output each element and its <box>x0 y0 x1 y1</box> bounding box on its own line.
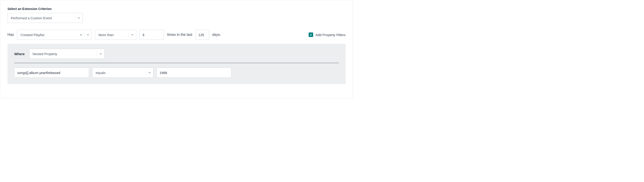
where-type-dropdown[interactable]: Nested Property <box>29 49 104 59</box>
chevron-down-icon <box>84 32 92 38</box>
comparator-dropdown[interactable]: More than <box>95 30 136 40</box>
event-dropdown[interactable]: Created Playlist <box>17 30 92 40</box>
where-type-value: Nested Property <box>30 52 97 56</box>
divider <box>14 63 339 63</box>
where-label: Where <box>14 52 25 56</box>
chevron-down-icon <box>146 70 153 75</box>
operator-value: equals <box>92 71 146 75</box>
chevron-down-icon <box>97 51 104 57</box>
operator-dropdown[interactable]: equals <box>92 68 154 78</box>
has-prefix: Has <box>8 33 14 37</box>
criterion-section-label: Select an Extension Criterion <box>8 7 346 11</box>
add-property-filters-label: Add Property Filters <box>316 33 346 37</box>
filter-value-input[interactable] <box>156 68 231 78</box>
count-input[interactable] <box>139 30 164 40</box>
checkbox-checked-icon <box>309 33 313 37</box>
where-row: Where Nested Property <box>14 49 339 59</box>
filter-row: equals <box>14 68 339 78</box>
property-filter-panel: Where Nested Property equals <box>8 44 346 84</box>
criterion-value: Performed a Custom Event <box>8 16 75 20</box>
chevron-down-icon <box>128 32 136 38</box>
chevron-down-icon <box>75 15 82 21</box>
criterion-dropdown[interactable]: Performed a Custom Event <box>8 13 83 23</box>
add-property-filters-toggle[interactable]: Add Property Filters <box>309 33 346 37</box>
comparator-value: More than <box>95 33 128 37</box>
event-value: Created Playlist <box>17 33 80 37</box>
days-input[interactable] <box>196 30 209 40</box>
clear-icon[interactable] <box>80 33 82 36</box>
criterion-builder: Select an Extension Criterion Performed … <box>0 0 353 98</box>
property-path-input[interactable] <box>14 68 89 78</box>
mid-text: times in the last <box>167 33 192 37</box>
has-row: Has Created Playlist More than times in … <box>8 30 346 40</box>
suffix-text: days. <box>212 33 221 37</box>
